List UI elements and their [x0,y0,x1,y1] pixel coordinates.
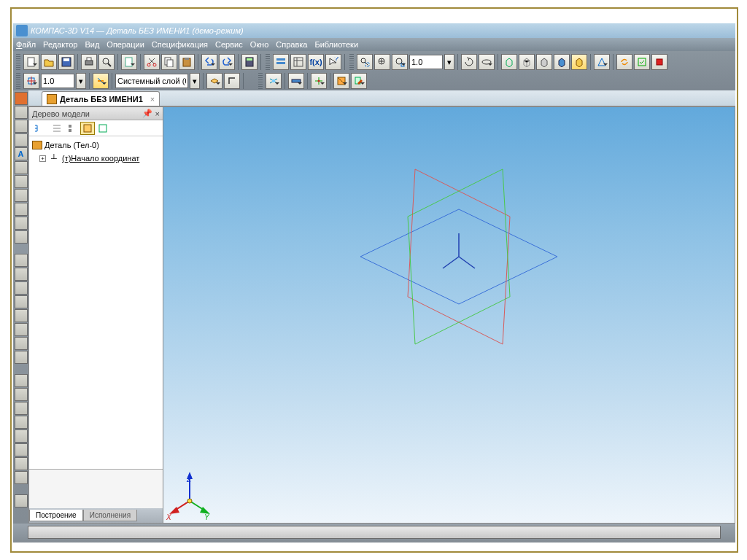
zoom-fit-button[interactable] [392,54,408,70]
toolbar-grip[interactable] [16,54,20,70]
close-tab-icon[interactable]: × [150,95,155,104]
vars-button[interactable]: f(x) [308,54,324,70]
linestyle-button[interactable] [93,73,109,89]
scale-input[interactable] [41,74,74,88]
scale-dropdown[interactable]: ▾ [76,73,86,89]
3d-viewport[interactable]: Z X Y [163,106,735,524]
spec-tool-button[interactable] [15,203,28,216]
zoom-dropdown[interactable]: ▾ [444,54,454,70]
menu-service[interactable]: Сервис [215,40,243,49]
tree-root[interactable]: Деталь (Тел-0) [32,139,160,151]
op1-button[interactable] [15,254,28,267]
undo-button[interactable] [201,54,217,70]
menu-operations[interactable]: Операции [107,40,144,49]
elem-tool-button[interactable] [15,230,28,244]
filter-tool-button[interactable] [15,189,28,202]
op17-button[interactable] [15,494,28,508]
menu-editor[interactable]: Редактор [43,40,77,49]
op4-button[interactable] [15,295,28,308]
table-button[interactable] [290,54,306,70]
menu-specification[interactable]: Спецификация [152,40,208,49]
toolbar-grip[interactable] [16,73,20,89]
props-button[interactable] [273,54,289,70]
plane-button[interactable] [266,73,282,89]
op15-button[interactable] [15,457,28,470]
calc-button[interactable] [241,54,258,70]
menu-view[interactable]: Вид [85,40,99,49]
new-button[interactable] [23,54,39,70]
tree-settings-button[interactable] [96,122,110,135]
print-button[interactable] [81,54,97,70]
zoom-in-button[interactable] [374,54,390,70]
doc-button[interactable] [121,54,137,70]
zoom-input[interactable] [409,55,443,69]
snap-button[interactable] [23,73,39,89]
op6-button[interactable] [15,323,28,336]
perspective-button[interactable] [594,54,610,70]
preview-button[interactable] [98,54,115,70]
sketch-tool-button[interactable] [15,92,28,105]
op14-button[interactable] [15,443,28,456]
rebuild-button[interactable] [634,54,650,70]
menu-file[interactable]: Файл [16,40,36,49]
stop-button[interactable] [651,54,667,70]
text-tool-button[interactable]: A [15,147,28,160]
menu-help[interactable]: Справка [276,40,307,49]
toolbar-grip[interactable] [349,54,354,70]
op12-button[interactable] [15,416,28,429]
open-button[interactable] [41,54,57,70]
op3-button[interactable] [15,281,28,295]
cut-tool-button[interactable] [15,120,28,133]
op2-button[interactable] [15,268,28,281]
layer-manage-button[interactable] [206,73,222,89]
axis-button[interactable] [288,73,304,89]
extrude-tool-button[interactable] [15,106,28,119]
copy-button[interactable] [161,54,177,70]
section-button[interactable] [333,73,349,89]
edit-sketch-button[interactable] [351,73,367,89]
op16-button[interactable] [15,471,28,484]
tree-node-origin[interactable]: + ┴ (т)Начало координат [32,152,160,164]
save-button[interactable] [58,54,74,70]
pin-icon[interactable]: 📌 [142,109,152,118]
op9-button[interactable] [15,374,28,387]
document-tab[interactable]: Деталь БЕЗ ИМЕНИ1 × [42,91,160,106]
sketch-button[interactable] [311,73,327,89]
refresh-button[interactable] [616,54,632,70]
shaded-button[interactable] [554,54,570,70]
layer-input[interactable] [115,74,188,88]
op7-button[interactable] [15,337,28,350]
toolbar-grip[interactable] [266,54,270,70]
tree-display-button[interactable] [80,122,95,135]
op13-button[interactable] [15,429,28,443]
op10-button[interactable] [15,388,28,401]
tree-tab-exec[interactable]: Исполнения [83,510,137,521]
hidden-line-button[interactable] [519,54,535,70]
menu-libraries[interactable]: Библиотеки [314,40,358,49]
tree-list-button[interactable] [50,122,64,135]
toolbar-grip[interactable] [258,73,263,89]
cut-button[interactable] [144,54,160,70]
wireframe-button[interactable] [501,54,517,70]
expand-icon[interactable]: + [39,155,46,162]
ortho-button[interactable] [224,73,240,89]
layer-dropdown[interactable]: ▾ [190,73,200,89]
measure-tool-button[interactable] [15,175,28,188]
zoom-window-button[interactable] [357,54,373,70]
op5-button[interactable] [15,309,28,322]
tree-compact-button[interactable] [65,122,80,135]
rotate-button[interactable] [461,54,477,70]
report-tool-button[interactable] [15,217,28,230]
tree-structure-button[interactable] [31,122,45,135]
help-cursor-button[interactable]: ? [325,54,341,70]
revolve-tool-button[interactable] [15,133,28,147]
op11-button[interactable] [15,402,28,415]
op8-button[interactable] [15,351,28,364]
redo-button[interactable] [219,54,235,70]
tree-tab-build[interactable]: Построение [29,510,83,521]
tree-body[interactable]: Деталь (Тел-0) + ┴ (т)Начало координат [29,136,163,469]
no-hidden-button[interactable] [536,54,552,70]
shaded-edges-button[interactable] [571,54,587,70]
spin-button[interactable] [479,54,495,70]
aux-tool-button[interactable] [15,161,28,174]
